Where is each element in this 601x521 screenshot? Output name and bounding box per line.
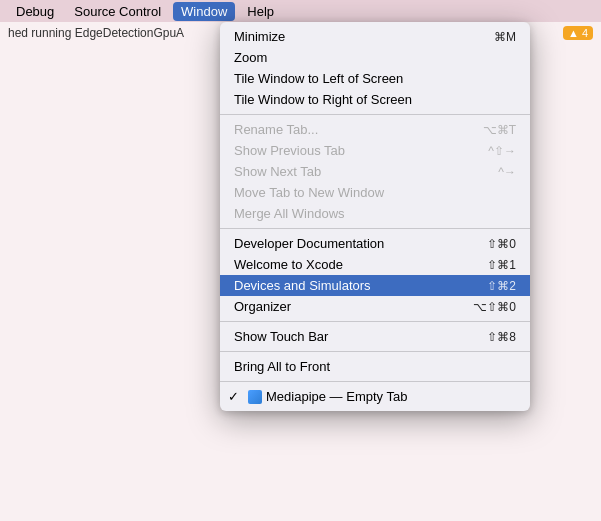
menu-item-move-tab[interactable]: Move Tab to New Window — [220, 182, 530, 203]
menu-item-rename-tab[interactable]: Rename Tab... ⌥⌘T — [220, 119, 530, 140]
menu-item-welcome-xcode[interactable]: Welcome to Xcode ⇧⌘1 — [220, 254, 530, 275]
menu-item-show-next-tab[interactable]: Show Next Tab ^→ — [220, 161, 530, 182]
window-menu-dropdown: Minimize ⌘M Zoom Tile Window to Left of … — [220, 22, 530, 411]
divider-2 — [220, 228, 530, 229]
menu-item-bring-all-front[interactable]: Bring All to Front — [220, 356, 530, 377]
menu-item-organizer[interactable]: Organizer ⌥⇧⌘0 — [220, 296, 530, 317]
menubar-source-control[interactable]: Source Control — [66, 2, 169, 21]
menubar-window[interactable]: Window — [173, 2, 235, 21]
menu-item-zoom[interactable]: Zoom — [220, 47, 530, 68]
divider-1 — [220, 114, 530, 115]
warning-badge: ▲ 4 — [563, 26, 593, 40]
check-mark: ✓ — [228, 389, 244, 404]
menu-item-tile-left[interactable]: Tile Window to Left of Screen — [220, 68, 530, 89]
menu-item-show-prev-tab[interactable]: Show Previous Tab ^⇧→ — [220, 140, 530, 161]
divider-4 — [220, 351, 530, 352]
file-icon — [248, 390, 262, 404]
menu-item-merge-windows[interactable]: Merge All Windows — [220, 203, 530, 224]
menubar: Debug Source Control Window Help — [0, 0, 601, 22]
menubar-debug[interactable]: Debug — [8, 2, 62, 21]
menu-item-show-touch-bar[interactable]: Show Touch Bar ⇧⌘8 — [220, 326, 530, 347]
menu-item-minimize[interactable]: Minimize ⌘M — [220, 26, 530, 47]
divider-3 — [220, 321, 530, 322]
menu-item-developer-docs[interactable]: Developer Documentation ⇧⌘0 — [220, 233, 530, 254]
divider-5 — [220, 381, 530, 382]
menu-item-mediapipe[interactable]: ✓ Mediapipe — Empty Tab — [220, 386, 530, 407]
menu-item-tile-right[interactable]: Tile Window to Right of Screen — [220, 89, 530, 110]
menubar-help[interactable]: Help — [239, 2, 282, 21]
menu-item-devices-simulators[interactable]: Devices and Simulators ⇧⌘2 — [220, 275, 530, 296]
